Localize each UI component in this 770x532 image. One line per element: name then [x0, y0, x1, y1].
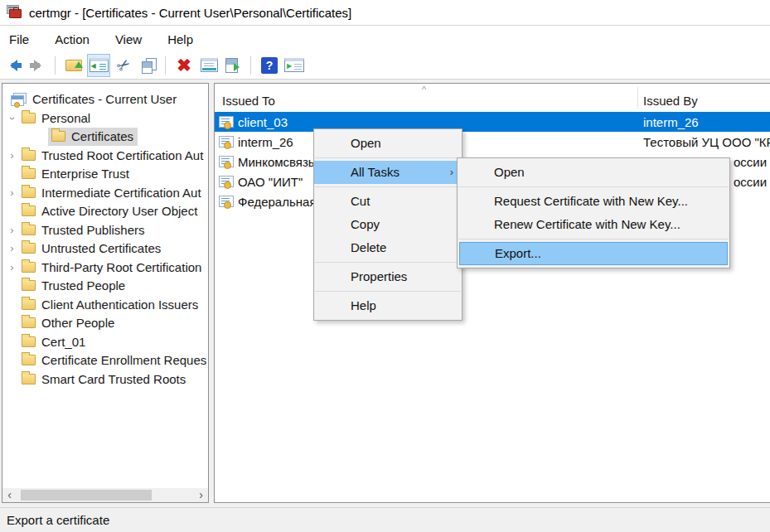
menu-help[interactable]: Help	[158, 29, 202, 50]
up-one-level-icon	[65, 59, 82, 71]
issued-by-cell: Тестовый УЦ ООО "КРИ	[637, 135, 770, 149]
back-button[interactable]	[2, 54, 25, 77]
tree-item-intermediate-certification-aut[interactable]: ›Intermediate Certification Aut	[2, 184, 208, 203]
tree-item-cert_01[interactable]: ›Cert_01	[2, 333, 208, 352]
folder-icon	[22, 262, 36, 273]
folder-icon	[22, 374, 36, 384]
tree-item-inner: Third-Party Root Certification	[18, 259, 206, 277]
scroll-right-icon[interactable]: ›	[194, 488, 208, 502]
scrollbar-thumb[interactable]	[21, 490, 152, 501]
properties-button[interactable]	[197, 54, 220, 77]
tree-item-certificates[interactable]: ›Certificates	[2, 128, 208, 147]
delete-button[interactable]	[172, 54, 196, 77]
chevron-closed-icon: ›	[6, 187, 18, 199]
properties-icon	[201, 58, 218, 72]
tree-item-label: Untrusted Certificates	[41, 241, 161, 255]
tree-item-certificate-enrollment-reques[interactable]: ›Certificate Enrollment Reques	[2, 351, 208, 370]
tree-item-trusted-root-certification-aut[interactable]: ›Trusted Root Certification Aut	[2, 147, 208, 166]
menubar: FileActionViewHelp	[0, 27, 770, 51]
tree-item-inner: Trusted People	[18, 277, 129, 295]
context-menu-item-help[interactable]: Help	[314, 294, 462, 317]
column-divider[interactable]	[637, 87, 638, 109]
tree-item-personal[interactable]: ›Personal	[2, 109, 208, 128]
context-menu-item-delete[interactable]: Delete	[314, 236, 462, 259]
context-menu-item-copy[interactable]: Copy	[314, 213, 462, 236]
tree-item-untrusted-certificates[interactable]: ›Untrusted Certificates	[2, 239, 208, 259]
context-menu-item-open[interactable]: Open	[314, 132, 462, 155]
cut-button[interactable]	[112, 54, 135, 77]
issued-by-cell: interm_26	[637, 115, 770, 129]
issued-to-value: interm_26	[238, 135, 293, 149]
folder-icon	[22, 299, 36, 310]
help-button[interactable]	[258, 54, 281, 77]
folder-icon	[22, 280, 36, 291]
scroll-left-icon[interactable]: ‹	[2, 488, 17, 502]
tree-item-trusted-publishers[interactable]: ›Trusted Publishers	[2, 221, 208, 240]
copy-icon	[142, 58, 156, 73]
menu-file[interactable]: File	[0, 29, 38, 50]
issued-to-value: Минкомсвязь	[238, 155, 315, 169]
folder-icon	[22, 336, 36, 347]
context-menu-item-cut[interactable]: Cut	[314, 190, 462, 213]
forward-button[interactable]	[27, 54, 50, 77]
horizontal-scrollbar[interactable]: ‹ ›	[2, 488, 208, 502]
show-console-tree-button[interactable]	[87, 54, 110, 77]
tree-item-inner: Other People	[18, 314, 119, 332]
folder-icon	[22, 243, 36, 254]
menu-action[interactable]: Action	[46, 29, 99, 50]
tree-item-trusted-people[interactable]: ›Trusted People	[2, 277, 208, 296]
tree-item-inner: Smart Card Trusted Roots	[18, 370, 190, 389]
column-header-issued-by[interactable]: Issued By	[637, 84, 770, 112]
tree-item-label: Active Directory User Object	[41, 204, 197, 218]
new-window-icon	[284, 58, 304, 72]
tree-item-label: Trusted Root Certification Aut	[41, 148, 203, 162]
tree-item-client-authentication-issuers[interactable]: ›Client Authentication Issuers	[2, 296, 208, 315]
new-window-button[interactable]	[283, 54, 306, 77]
certificate-row-interm_26[interactable]: interm_26Тестовый УЦ ООО "КРИ	[215, 132, 770, 152]
export-list-button[interactable]	[222, 54, 245, 77]
certificate-icon	[219, 116, 234, 128]
show-console-tree-icon	[90, 58, 109, 72]
folder-icon	[22, 225, 36, 235]
context-menu-item-properties[interactable]: Properties	[314, 265, 462, 288]
tree-item-third-party-root-certification[interactable]: ›Third-Party Root Certification	[2, 259, 208, 278]
tree-item-label: Cert_01	[41, 335, 85, 349]
toolbar-separator	[55, 56, 56, 75]
copy-button[interactable]	[137, 54, 160, 77]
certificate-row-client_03[interactable]: client_03interm_26	[215, 112, 770, 132]
tree-item-label: Smart Card Trusted Roots	[41, 372, 186, 386]
issued-to-value: ОАО "ИИТ"	[238, 175, 303, 189]
menu-view[interactable]: View	[106, 29, 151, 50]
submenu-item-request-certificate-with-new-key[interactable]: Request Certificate with New Key...	[458, 190, 729, 213]
folder-icon	[22, 206, 36, 216]
folder-icon	[22, 317, 36, 328]
toolbar-separator	[250, 56, 251, 75]
submenu-item-export[interactable]: Export...	[459, 242, 728, 265]
folder-icon	[22, 113, 36, 123]
tree-item-inner: Trusted Root Certification Aut	[18, 147, 207, 165]
title-bar: certmgr - [Certificates - Current User\P…	[0, 0, 770, 26]
tree-item-inner: Cert_01	[18, 333, 90, 351]
context-menu-separator	[315, 186, 461, 187]
context-menu-separator	[315, 157, 461, 158]
cut-icon	[117, 56, 130, 75]
submenu-item-renew-certificate-with-new-key[interactable]: Renew Certificate with New Key...	[458, 213, 729, 236]
tree-item-inner: Certificates - Current User	[7, 90, 181, 109]
submenu-item-open[interactable]: Open	[458, 161, 729, 184]
chevron-closed-icon: ›	[6, 243, 18, 254]
up-one-level-button[interactable]	[62, 54, 85, 77]
tree-item-inner: Personal	[18, 109, 94, 128]
context-menu-item-all-tasks[interactable]: All Tasks›	[314, 161, 462, 184]
context-menu-separator	[315, 291, 461, 292]
tree-item-label: Personal	[41, 111, 90, 125]
tree-item-enterprise-trust[interactable]: ›Enterprise Trust	[2, 165, 208, 184]
context-menu: OpenAll Tasks›CutCopyDeletePropertiesHel…	[313, 128, 462, 321]
chevron-open-icon: ›	[7, 112, 18, 124]
issued-to-cell: client_03	[215, 115, 637, 129]
tree-item-smart-card-trusted-roots[interactable]: ›Smart Card Trusted Roots	[2, 370, 208, 389]
tree-item-other-people[interactable]: ›Other People	[2, 314, 208, 333]
certificate-seal	[14, 102, 20, 108]
tree-item-active-directory-user-object[interactable]: ›Active Directory User Object	[2, 202, 208, 221]
tree-item-certificates-current-user[interactable]: Certificates - Current User	[2, 90, 208, 109]
tree-item-label: Enterprise Trust	[41, 167, 129, 181]
